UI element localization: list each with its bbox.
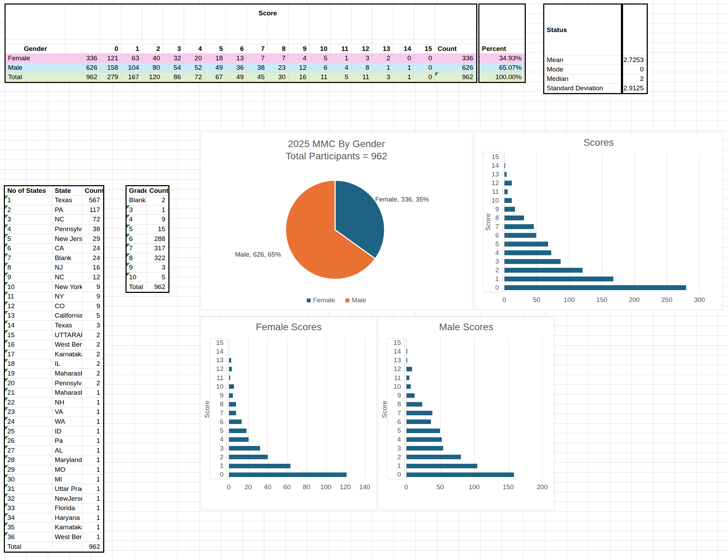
state-count-cell[interactable]: 2	[82, 350, 103, 360]
state-no-cell[interactable]: 14	[5, 321, 52, 331]
empty-cell[interactable]	[289, 39, 310, 44]
empty-cell[interactable]	[310, 39, 331, 44]
bar-score-5[interactable]	[505, 242, 548, 247]
state-name-cell[interactable]: VA	[52, 407, 82, 417]
bar-score-4[interactable]	[505, 250, 551, 255]
state-name-cell[interactable]: Haryana	[52, 513, 82, 523]
state-name-cell[interactable]: WA	[52, 417, 82, 427]
row-subtotal-cell[interactable]: 336	[66, 54, 100, 63]
score-value-cell[interactable]: 8	[351, 63, 372, 73]
score-header-cell-14[interactable]: 14	[393, 44, 414, 54]
scores-bar-chart[interactable]: Scores Score 151413121110987654321005010…	[475, 132, 723, 310]
grade-count-cell[interactable]: 317	[147, 244, 168, 253]
bar-score-6[interactable]	[505, 233, 536, 238]
bar-score-5[interactable]	[229, 429, 247, 433]
bar-score-3[interactable]	[505, 259, 561, 264]
state-count-cell[interactable]: 16	[82, 263, 103, 273]
state-count-cell[interactable]: 1	[82, 494, 103, 504]
state-name-cell[interactable]: ID	[52, 426, 82, 436]
state-count-cell[interactable]: 2	[82, 330, 103, 340]
bar-score-2[interactable]	[407, 455, 461, 459]
states-header-count[interactable]: Count	[82, 186, 103, 196]
bar-score-4[interactable]	[407, 437, 442, 442]
score-value-cell[interactable]: 6	[310, 63, 331, 73]
state-count-cell[interactable]: 1	[82, 426, 103, 436]
empty-cell[interactable]	[142, 39, 163, 44]
state-name-cell[interactable]: Maharashtra	[52, 388, 82, 398]
empty-cell[interactable]	[435, 5, 476, 39]
score-value-cell[interactable]: 30	[268, 73, 289, 82]
state-name-cell[interactable]: Texas	[52, 196, 82, 205]
state-name-cell[interactable]: Maharashtra	[52, 369, 82, 379]
score-value-cell[interactable]: 279	[100, 73, 121, 82]
score-value-cell[interactable]: 52	[184, 63, 205, 73]
status-label-cell-standard-deviation[interactable]: Standard Deviation	[544, 84, 621, 93]
empty-cell[interactable]	[6, 39, 66, 44]
grade-count-cell[interactable]: 3	[147, 263, 168, 273]
grade-count-cell[interactable]: 2	[147, 196, 168, 205]
state-count-cell[interactable]: 9	[82, 302, 103, 311]
state-no-cell[interactable]: 30	[5, 475, 52, 484]
state-name-cell[interactable]: California	[52, 311, 82, 321]
state-count-cell[interactable]: 1	[82, 407, 103, 417]
score-header-cell-15[interactable]: 15	[414, 44, 435, 54]
state-name-cell[interactable]: PA	[52, 205, 82, 215]
state-no-cell[interactable]: 12	[5, 302, 52, 311]
score-header-cell-1[interactable]: 1	[121, 44, 142, 54]
grade-header-grade[interactable]: Grade	[127, 186, 147, 196]
legend-item-male[interactable]: Male	[346, 296, 366, 304]
status-value-cell[interactable]: 2.9125	[623, 84, 647, 93]
state-no-cell[interactable]: 1	[5, 196, 52, 205]
score-value-cell[interactable]: 13	[226, 54, 247, 63]
score-value-cell[interactable]: 3	[351, 54, 372, 63]
score-value-cell[interactable]: 11	[351, 73, 372, 82]
bar-score-2[interactable]	[229, 455, 268, 459]
score-value-cell[interactable]: 120	[142, 73, 163, 82]
score-value-cell[interactable]: 3	[372, 73, 393, 82]
legend-item-female[interactable]: Female	[307, 296, 335, 304]
states-total-label-cell[interactable]: Total	[5, 542, 52, 552]
state-name-cell[interactable]: NC	[52, 273, 82, 282]
bar-score-11[interactable]	[407, 376, 409, 380]
empty-cell[interactable]	[435, 39, 476, 44]
score-header-cell-6[interactable]: 6	[226, 44, 247, 54]
state-no-cell[interactable]: 34	[5, 513, 52, 523]
state-no-cell[interactable]: 26	[5, 436, 52, 446]
score-value-cell[interactable]: 0	[414, 63, 435, 73]
state-count-cell[interactable]: 72	[82, 215, 103, 225]
state-no-cell[interactable]: 3	[5, 215, 52, 225]
empty-cell[interactable]	[66, 44, 100, 54]
empty-cell[interactable]	[121, 39, 142, 44]
grade-cell-10[interactable]: 10	[127, 273, 147, 282]
state-count-cell[interactable]: 1	[82, 436, 103, 446]
state-name-cell[interactable]: AL	[52, 446, 82, 455]
score-value-cell[interactable]: 45	[247, 73, 268, 82]
state-count-cell[interactable]: 2	[82, 378, 103, 388]
score-value-cell[interactable]: 0	[414, 73, 435, 82]
state-no-cell[interactable]: 36	[5, 532, 52, 542]
row-count-cell[interactable]: 962	[435, 73, 476, 82]
score-value-cell[interactable]: 104	[121, 63, 142, 73]
empty-cell[interactable]	[351, 39, 372, 44]
empty-cell[interactable]	[479, 39, 525, 44]
score-header-cell-4[interactable]: 4	[184, 44, 205, 54]
bar-score-3[interactable]	[229, 446, 260, 451]
state-no-cell[interactable]: 5	[5, 234, 52, 244]
bar-score-13[interactable]	[407, 358, 407, 363]
state-count-cell[interactable]: 29	[82, 234, 103, 244]
state-count-cell[interactable]: 1	[82, 465, 103, 475]
score-value-cell[interactable]: 12	[289, 63, 310, 73]
score-value-cell[interactable]: 167	[121, 73, 142, 82]
state-no-cell[interactable]: 17	[5, 350, 52, 360]
bar-score-14[interactable]	[407, 349, 407, 354]
score-value-cell[interactable]: 49	[205, 63, 226, 73]
empty-cell[interactable]	[372, 39, 393, 44]
state-no-cell[interactable]: 13	[5, 311, 52, 321]
score-value-cell[interactable]: 23	[268, 63, 289, 73]
score-value-cell[interactable]: 40	[142, 54, 163, 63]
percent-value-cell[interactable]: 65.07%	[479, 63, 525, 73]
state-count-cell[interactable]: 24	[82, 244, 103, 253]
state-count-cell[interactable]: 2	[82, 340, 103, 350]
gender-pie-chart[interactable]: 2025 MMC By GenderTotal Participants = 9…	[200, 132, 472, 310]
bar-score-13[interactable]	[229, 358, 231, 363]
